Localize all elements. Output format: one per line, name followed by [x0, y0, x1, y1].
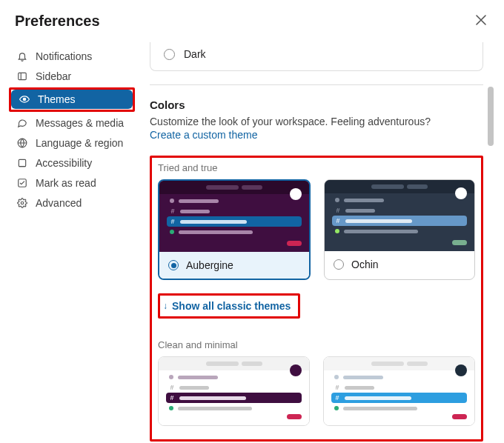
check-icon	[16, 177, 28, 189]
theme-preview: # #	[159, 357, 309, 425]
svg-rect-4	[19, 159, 25, 166]
color-mode-dark-option[interactable]: Dark	[150, 42, 483, 71]
globe-icon	[16, 137, 28, 149]
clean-and-minimal-label: Clean and minimal	[158, 339, 475, 350]
sidebar-item-themes[interactable]: Themes	[11, 90, 133, 109]
sidebar-icon	[16, 70, 28, 82]
svg-rect-0	[19, 73, 27, 79]
chat-icon	[16, 117, 28, 129]
colors-title: Colors	[150, 99, 483, 111]
close-button[interactable]	[473, 10, 489, 32]
tried-and-true-label: Tried and true	[158, 162, 475, 173]
show-all-label: Show all classic themes	[172, 300, 291, 312]
theme-card-ochin[interactable]: # # Ochin	[324, 179, 475, 280]
sidebar-item-label: Themes	[38, 93, 76, 105]
sidebar-item-messages-media[interactable]: Messages & media	[9, 113, 135, 133]
sidebar-item-notifications[interactable]: Notifications	[9, 47, 135, 66]
bell-icon	[16, 50, 28, 62]
sidebar-item-language-region[interactable]: Language & region	[9, 133, 135, 153]
sidebar-item-mark-as-read[interactable]: Mark as read	[9, 173, 135, 193]
theme-name: Aubergine	[186, 259, 233, 271]
close-icon	[476, 13, 486, 28]
sidebar-item-label: Accessibility	[36, 157, 92, 169]
sidebar-item-label: Notifications	[36, 50, 92, 62]
radio-label: Dark	[184, 48, 206, 60]
theme-card-clean-2[interactable]: # #	[323, 356, 475, 426]
theme-name: Ochin	[351, 259, 379, 270]
theme-preview: # #	[325, 180, 474, 251]
radio-icon	[334, 259, 344, 270]
scrollbar[interactable]	[488, 42, 494, 442]
theme-preview: # #	[159, 181, 309, 252]
sidebar-item-label: Messages & media	[36, 117, 124, 129]
theme-card-aubergine[interactable]: # # Aubergine	[158, 179, 311, 280]
sidebar-item-label: Advanced	[36, 197, 82, 209]
accessibility-icon	[16, 157, 28, 169]
divider	[150, 84, 483, 85]
svg-point-7	[21, 201, 24, 204]
svg-point-2	[23, 98, 26, 101]
sidebar-item-label: Sidebar	[36, 70, 71, 82]
create-custom-theme-link[interactable]: Create a custom theme	[150, 129, 483, 141]
sidebar-item-advanced[interactable]: Advanced	[9, 193, 135, 213]
eye-icon	[19, 93, 30, 105]
gear-icon	[16, 197, 28, 209]
sidebar-item-label: Language & region	[36, 137, 123, 149]
show-all-classic-themes-button[interactable]: ↓ Show all classic themes	[163, 300, 291, 312]
preferences-sidebar: Notifications Sidebar Themes Messages & …	[0, 42, 142, 442]
colors-description: Customize the look of your workspace. Fe…	[150, 116, 483, 127]
sidebar-item-sidebar[interactable]: Sidebar	[9, 67, 135, 86]
theme-card-clean-1[interactable]: # #	[158, 356, 310, 426]
theme-preview: # #	[324, 357, 474, 425]
scrollbar-thumb[interactable]	[488, 87, 494, 146]
sidebar-item-label: Mark as read	[36, 177, 96, 189]
radio-icon	[168, 260, 179, 270]
arrow-down-icon: ↓	[163, 301, 168, 311]
page-title: Preferences	[15, 13, 100, 30]
sidebar-item-accessibility[interactable]: Accessibility	[9, 153, 135, 173]
radio-icon	[164, 49, 175, 60]
